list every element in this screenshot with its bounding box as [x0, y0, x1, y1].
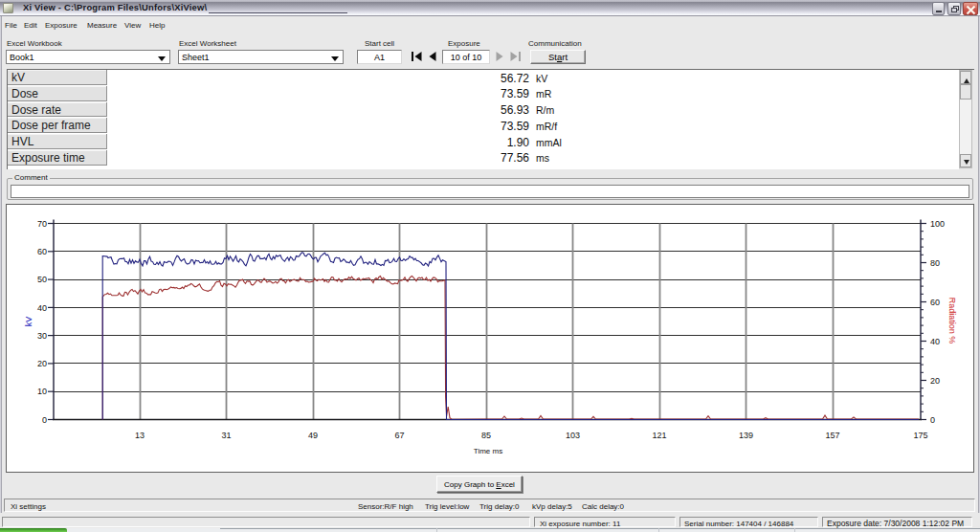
- svg-text:67: 67: [394, 431, 404, 440]
- svg-text:20: 20: [37, 359, 47, 368]
- svg-text:0: 0: [930, 415, 935, 425]
- svg-text:31: 31: [221, 431, 231, 440]
- svg-text:40: 40: [930, 337, 940, 346]
- svg-text:80: 80: [930, 258, 940, 268]
- svg-text:13: 13: [135, 431, 145, 440]
- svg-text:10: 10: [37, 387, 47, 396]
- svg-text:60: 60: [37, 247, 47, 256]
- svg-text:85: 85: [481, 431, 491, 440]
- svg-text:Time ms: Time ms: [474, 447, 502, 455]
- svg-text:175: 175: [913, 431, 927, 440]
- svg-text:70: 70: [37, 219, 47, 229]
- svg-text:60: 60: [930, 298, 940, 307]
- svg-text:100: 100: [930, 219, 945, 229]
- svg-text:Radiation %: Radiation %: [947, 298, 957, 344]
- svg-text:49: 49: [308, 431, 318, 440]
- svg-text:0: 0: [42, 415, 47, 425]
- svg-text:121: 121: [652, 431, 666, 440]
- svg-text:157: 157: [825, 431, 839, 440]
- svg-text:103: 103: [566, 431, 580, 440]
- svg-text:kV: kV: [24, 317, 33, 327]
- svg-text:139: 139: [739, 431, 753, 440]
- svg-text:20: 20: [930, 376, 940, 386]
- svg-text:50: 50: [37, 275, 47, 284]
- svg-text:40: 40: [37, 303, 47, 313]
- svg-text:30: 30: [37, 331, 47, 341]
